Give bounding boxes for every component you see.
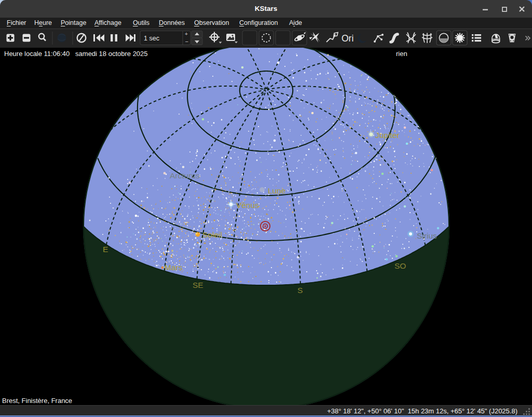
svg-text:1 sec: 1 sec	[144, 35, 159, 42]
svg-text:−: −	[185, 38, 188, 45]
svg-text:E: E	[103, 245, 108, 254]
svg-text:SE: SE	[193, 281, 203, 289]
svg-text:Sirius: Sirius	[417, 231, 437, 240]
svg-text:Soleil: Soleil	[202, 230, 222, 239]
svg-text:Vénus: Vénus	[236, 201, 259, 210]
svg-text:S: S	[297, 286, 303, 295]
svg-text:Arcturus: Arcturus	[170, 171, 200, 180]
svg-text:SO: SO	[394, 261, 406, 270]
svg-text:+: +	[185, 31, 188, 37]
svg-text:Jupiter: Jupiter	[375, 131, 400, 140]
svg-text:Lune: Lune	[268, 186, 285, 195]
svg-text:Mars: Mars	[165, 263, 183, 272]
svg-text:Ori: Ori	[342, 33, 353, 44]
